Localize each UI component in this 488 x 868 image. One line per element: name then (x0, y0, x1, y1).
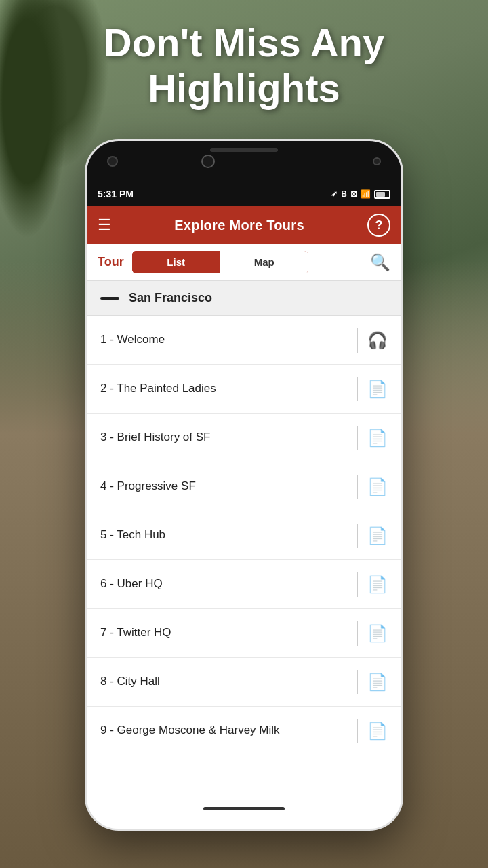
list-item[interactable]: 1 - Welcome 🎧 (87, 316, 401, 365)
city-header: San Francisco (87, 281, 401, 316)
item-text: 6 - Uber HQ (100, 576, 348, 591)
search-button[interactable]: 🔍 (370, 253, 390, 272)
document-icon: 📄 (367, 477, 388, 496)
item-divider (357, 572, 358, 597)
help-button[interactable]: ? (367, 214, 390, 237)
sim-icon: ⊠ (350, 189, 357, 199)
app-title: Explore More Tours (119, 218, 359, 233)
home-bar-line (203, 807, 285, 810)
item-text: 3 - Brief History of SF (100, 430, 348, 445)
item-divider (357, 621, 358, 646)
item-text: 2 - The Painted Ladies (100, 381, 348, 396)
headline-line1: Don't Miss Any (104, 20, 384, 64)
map-toggle-button[interactable]: Map (220, 251, 308, 273)
status-time: 5:31 PM (98, 189, 134, 199)
home-bar (87, 788, 401, 829)
document-icon: 📄 (367, 673, 388, 692)
tour-label: Tour (98, 255, 124, 269)
battery-fill (376, 192, 385, 197)
document-icon: 📄 (367, 380, 388, 399)
status-bar: 5:31 PM ➶ B ⊠ 📶 (87, 182, 401, 206)
help-icon: ? (375, 218, 383, 233)
headline: Don't Miss Any Highlights (0, 20, 488, 111)
list-toggle-button[interactable]: List (132, 251, 220, 273)
item-divider (357, 524, 358, 548)
document-icon: 📄 (367, 526, 388, 545)
camera-right (373, 157, 381, 165)
document-icon: 📄 (367, 722, 388, 741)
search-icon: 🔍 (370, 253, 390, 271)
item-divider (357, 377, 358, 401)
item-text: 1 - Welcome (100, 332, 348, 347)
list-item[interactable]: 9 - George Moscone & Harvey Milk 📄 (87, 707, 401, 755)
bluetooth-icon: B (341, 189, 347, 199)
document-icon: 📄 (367, 575, 388, 594)
item-text: 9 - George Moscone & Harvey Milk (100, 723, 348, 738)
notch-bar (210, 148, 278, 152)
phone-frame: 5:31 PM ➶ B ⊠ 📶 ☰ Explore More Tours ? T… (85, 139, 403, 831)
headline-line2: Highlights (148, 66, 340, 110)
app-header: ☰ Explore More Tours ? (87, 206, 401, 244)
battery-icon (374, 190, 390, 199)
camera-left (107, 156, 118, 167)
phone-top (87, 141, 401, 182)
item-divider (357, 670, 358, 694)
item-text: 4 - Progressive SF (100, 479, 348, 494)
view-toggle: List Map (132, 251, 308, 273)
list-item[interactable]: 8 - City Hall 📄 (87, 658, 401, 707)
document-icon: 📄 (367, 429, 388, 448)
item-divider (357, 475, 358, 499)
item-text: 7 - Twitter HQ (100, 625, 348, 640)
wifi-icon: 📶 (361, 189, 371, 199)
item-text: 5 - Tech Hub (100, 528, 348, 542)
list-item[interactable]: 2 - The Painted Ladies 📄 (87, 365, 401, 414)
headphone-icon: 🎧 (367, 331, 388, 350)
item-text: 8 - City Hall (100, 674, 348, 689)
camera-center (201, 155, 215, 168)
city-name: San Francisco (129, 291, 212, 305)
city-dash-icon (100, 297, 119, 300)
list-item[interactable]: 4 - Progressive SF 📄 (87, 462, 401, 511)
list-item[interactable]: 3 - Brief History of SF 📄 (87, 414, 401, 462)
list-item[interactable]: 5 - Tech Hub 📄 (87, 511, 401, 560)
item-divider (357, 719, 358, 743)
list-item[interactable]: 6 - Uber HQ 📄 (87, 560, 401, 609)
list-item[interactable]: 7 - Twitter HQ 📄 (87, 609, 401, 658)
item-divider (357, 328, 358, 353)
document-icon: 📄 (367, 624, 388, 643)
arrow-icon: ➶ (331, 189, 338, 199)
status-icons: ➶ B ⊠ 📶 (331, 189, 390, 199)
tour-list: 1 - Welcome 🎧 2 - The Painted Ladies 📄 3… (87, 316, 401, 788)
item-divider (357, 426, 358, 450)
menu-icon[interactable]: ☰ (98, 216, 111, 234)
filter-bar: Tour List Map 🔍 (87, 244, 401, 281)
